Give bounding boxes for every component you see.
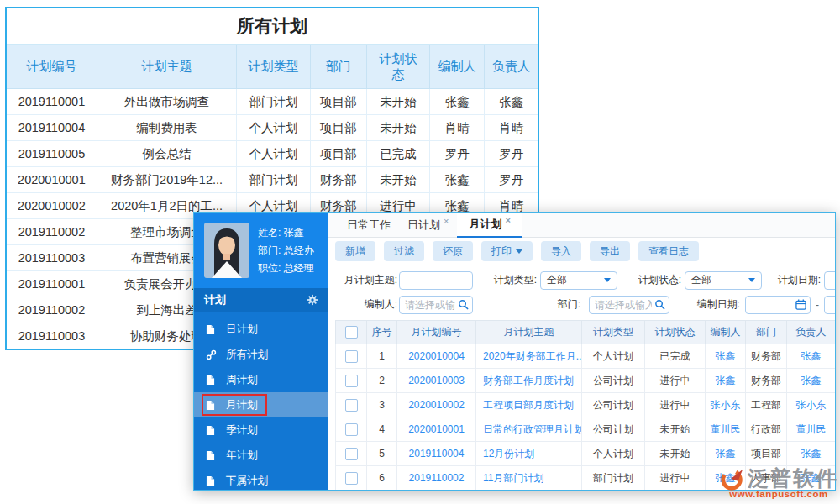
cell: 行政部 — [746, 417, 787, 442]
profile-position: 职位: 总经理 — [258, 260, 314, 277]
owner-link[interactable]: 张鑫 — [787, 442, 836, 466]
creator-link[interactable]: 张鑫 — [706, 466, 746, 491]
plan-date-filter-input[interactable] — [824, 271, 835, 290]
sidebar-item-quarter-plan[interactable]: 季计划 — [194, 417, 328, 443]
sidebar-item-day-plan[interactable]: 日计划 — [194, 317, 328, 342]
cell: 编制费用表 — [97, 115, 237, 141]
cell: 罗丹 — [485, 141, 538, 167]
cell: 进行中 — [645, 466, 706, 491]
chevron-down-icon — [604, 278, 611, 282]
owner-link[interactable]: 张鑫 — [787, 344, 836, 369]
row-checkbox[interactable] — [345, 375, 358, 387]
table-row[interactable]: 6201911000211月部门计划部门计划进行中张鑫人事部张鑫 — [336, 466, 836, 491]
row-checkbox[interactable] — [345, 423, 358, 436]
creator-link[interactable]: 董川民 — [706, 417, 746, 442]
sidebar-item-label: 日计划 — [226, 323, 258, 337]
cell: 项目部 — [310, 141, 366, 167]
row-checkbox[interactable] — [345, 399, 358, 412]
owner-link[interactable]: 张鑫 — [787, 466, 836, 491]
tab-day-plan[interactable]: 日计划× — [399, 213, 457, 237]
column-header: 编制人 — [706, 321, 746, 344]
plan-id-link[interactable]: 2020010001 — [397, 417, 476, 442]
gear-icon[interactable] — [307, 294, 318, 306]
table-row[interactable]: 42020010001日常的行政管理月计划公司计划未开始董川民行政部董川民 — [336, 417, 836, 442]
plan-id-link[interactable]: 2020010003 — [397, 369, 476, 393]
table-row[interactable]: 32020010002工程项目部月度计划公司计划进行中张小东工程部张小东 — [336, 393, 836, 417]
cell: 2019110004 — [7, 115, 97, 141]
plan-id-link[interactable]: 2019110004 — [397, 442, 476, 466]
cell: 罗丹 — [430, 141, 485, 167]
plan-subject-link[interactable]: 日常的行政管理月计划 — [476, 417, 582, 442]
row-checkbox[interactable] — [345, 448, 358, 460]
creator-filter-input[interactable] — [399, 296, 473, 314]
type-filter-select[interactable]: 全部 — [540, 271, 617, 290]
restore-button[interactable]: 还原 — [433, 241, 473, 261]
sidebar-section-header: 计划 — [194, 288, 328, 312]
owner-link[interactable]: 张小东 — [787, 393, 836, 417]
add-button[interactable]: 新增 — [335, 241, 375, 261]
compile-date-end-input[interactable] — [824, 296, 835, 314]
table-row[interactable]: 120200100042020年财务部工作月...个人计划已完成张鑫财务部张鑫 — [336, 344, 836, 369]
tab-daily-work[interactable]: 日常工作 — [339, 213, 399, 237]
column-header: 计划类型 — [237, 45, 310, 89]
dept-filter-input[interactable] — [589, 296, 669, 314]
sidebar-item-month-plan[interactable]: 月计划 — [194, 392, 328, 417]
plan-id-link[interactable]: 2020010004 — [397, 344, 476, 369]
close-icon[interactable]: × — [505, 215, 510, 225]
plan-subject-link[interactable]: 2020年财务部工作月... — [476, 344, 582, 369]
cell: 肖晴 — [485, 115, 538, 141]
type-filter-value: 全部 — [547, 273, 567, 287]
sidebar-item-sub-plans[interactable]: 下属计划 — [194, 468, 328, 490]
creator-link[interactable]: 张鑫 — [706, 442, 746, 466]
compile-date-start-input[interactable] — [745, 296, 811, 314]
sidebar: 姓名: 张鑫 部门: 总经办 职位: 总经理 计划 — [194, 213, 328, 490]
owner-link[interactable]: 董川民 — [787, 417, 836, 442]
profile-name: 姓名: 张鑫 — [258, 224, 314, 242]
subject-filter-input[interactable] — [399, 271, 473, 290]
plan-subject-link[interactable]: 工程项目部月度计划 — [476, 393, 582, 417]
row-checkbox[interactable] — [345, 350, 358, 363]
plan-id-link[interactable]: 2020010002 — [397, 393, 476, 417]
plan-subject-link[interactable]: 11月部门计划 — [476, 466, 582, 491]
button-label: 导出 — [600, 244, 620, 259]
table-row[interactable]: 2019110005例会总结个人计划项目部已完成罗丹罗丹 — [7, 141, 538, 167]
select-all-checkbox[interactable] — [345, 326, 358, 339]
tab-month-plan[interactable]: 月计划× — [457, 213, 522, 238]
close-icon[interactable]: × — [444, 216, 449, 226]
tab-label: 日常工作 — [347, 218, 391, 233]
export-button[interactable]: 导出 — [590, 241, 630, 261]
table-row[interactable]: 2020010001财务部门2019年12...部门计划财务部未开始张鑫罗丹 — [7, 167, 538, 193]
creator-link[interactable]: 张鑫 — [706, 344, 746, 369]
checkbox-cell — [336, 466, 367, 491]
owner-link[interactable]: 张鑫 — [787, 369, 836, 393]
cell: 部门计划 — [237, 89, 310, 115]
column-header: 月计划编号 — [397, 321, 476, 344]
table-row[interactable]: 5201911000412月份计划个人计划未开始张鑫项目部张鑫 — [336, 442, 836, 466]
creator-link[interactable]: 张小东 — [706, 393, 746, 417]
table-row[interactable]: 2019110004编制费用表个人计划项目部未开始肖晴肖晴 — [7, 115, 538, 141]
plan-subject-link[interactable]: 财务部工作月度计划 — [476, 369, 582, 393]
cell: 未开始 — [366, 115, 429, 141]
cell: 进行中 — [645, 393, 706, 417]
plan-subject-link[interactable]: 12月份计划 — [476, 442, 582, 466]
print-button[interactable]: 打印 — [481, 241, 533, 261]
status-filter-select[interactable]: 全部 — [685, 271, 762, 290]
cell: 肖晴 — [430, 115, 485, 141]
sidebar-item-year-plan[interactable]: 年计划 — [194, 443, 328, 468]
row-checkbox[interactable] — [345, 472, 358, 485]
creator-link[interactable]: 张鑫 — [706, 369, 746, 393]
plan-id-link[interactable]: 2019110002 — [397, 466, 476, 491]
import-button[interactable]: 导入 — [541, 241, 581, 261]
view-log-button[interactable]: 查看日志 — [638, 241, 699, 261]
sidebar-item-label: 所有计划 — [226, 348, 268, 362]
sidebar-item-week-plan[interactable]: 周计划 — [194, 367, 328, 392]
table-row[interactable]: 22020010003财务部工作月度计划公司计划进行中张鑫财务部张鑫 — [336, 369, 836, 393]
sidebar-item-all-plans[interactable]: 所有计划 — [194, 342, 328, 367]
cell: 未开始 — [645, 442, 706, 466]
cell: 张鑫 — [430, 167, 485, 193]
button-label: 还原 — [443, 244, 463, 259]
table-row[interactable]: 2019110001外出做市场调查部门计划项目部未开始张鑫张鑫 — [7, 89, 538, 115]
filter-button[interactable]: 过滤 — [384, 241, 424, 261]
sidebar-menu: 日计划所有计划周计划月计划季计划年计划下属计划 — [194, 312, 328, 490]
cell: 5 — [367, 442, 397, 466]
